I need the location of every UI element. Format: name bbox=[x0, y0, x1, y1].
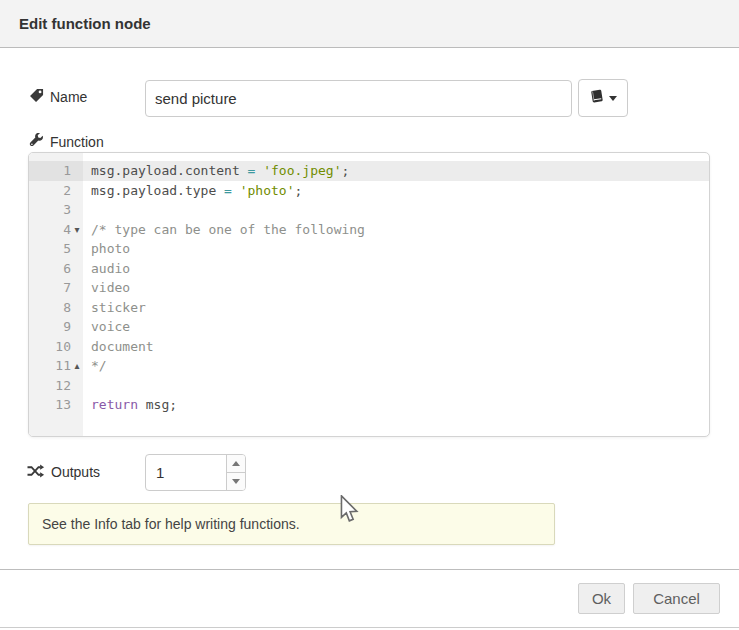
code-token: document bbox=[91, 339, 154, 354]
code-text: audio bbox=[83, 259, 130, 279]
spinner-up-button[interactable] bbox=[227, 455, 245, 473]
code-line[interactable]: 11▴*/ bbox=[29, 356, 709, 376]
code-token: ; bbox=[341, 163, 349, 178]
code-lines: 1msg.payload.content = 'foo.jpeg';2msg.p… bbox=[29, 153, 709, 415]
code-line[interactable]: 6audio bbox=[29, 259, 709, 279]
code-text: return msg; bbox=[83, 395, 177, 415]
code-text: voice bbox=[83, 317, 130, 337]
code-token: msg; bbox=[138, 397, 177, 412]
fold-spacer bbox=[71, 376, 83, 396]
code-editor[interactable]: 1msg.payload.content = 'foo.jpeg';2msg.p… bbox=[28, 152, 710, 437]
line-number: 1 bbox=[29, 161, 83, 181]
code-token: /* type can be one of the following bbox=[91, 222, 365, 237]
line-number: 2 bbox=[29, 181, 83, 201]
cancel-button[interactable]: Cancel bbox=[633, 583, 720, 614]
tag-icon bbox=[29, 88, 44, 106]
code-token: return bbox=[91, 397, 138, 412]
code-text: /* type can be one of the following bbox=[83, 220, 365, 240]
line-number: 3 bbox=[29, 200, 83, 220]
code-line[interactable]: 10document bbox=[29, 337, 709, 357]
line-number: 10 bbox=[29, 337, 83, 357]
code-line[interactable]: 7video bbox=[29, 278, 709, 298]
fold-spacer bbox=[71, 337, 83, 357]
code-token: sticker bbox=[91, 300, 146, 315]
code-line[interactable]: 8sticker bbox=[29, 298, 709, 318]
fold-spacer bbox=[71, 181, 83, 201]
code-text: photo bbox=[83, 239, 130, 259]
shuffle-icon bbox=[27, 464, 45, 481]
fold-marker-icon[interactable]: ▴ bbox=[71, 356, 83, 376]
fold-spacer bbox=[71, 239, 83, 259]
line-number: 11▴ bbox=[29, 356, 83, 376]
book-icon bbox=[590, 89, 604, 108]
line-number: 13 bbox=[29, 395, 83, 415]
wrench-icon bbox=[29, 133, 44, 151]
code-line[interactable]: 2msg.payload.type = 'photo'; bbox=[29, 181, 709, 201]
code-text: video bbox=[83, 278, 130, 298]
outputs-label: Outputs bbox=[27, 463, 100, 481]
code-line[interactable]: 4▾/* type can be one of the following bbox=[29, 220, 709, 240]
library-button[interactable] bbox=[578, 79, 628, 117]
fold-spacer bbox=[71, 200, 83, 220]
line-number: 6 bbox=[29, 259, 83, 279]
code-line[interactable]: 9voice bbox=[29, 317, 709, 337]
code-text bbox=[83, 200, 91, 220]
fold-marker-icon[interactable]: ▾ bbox=[71, 220, 83, 240]
dialog-title: Edit function node bbox=[19, 15, 151, 32]
code-token: ; bbox=[295, 183, 303, 198]
info-tip-box: See the Info tab for help writing functi… bbox=[28, 503, 555, 545]
code-line[interactable]: 13return msg; bbox=[29, 395, 709, 415]
code-token: msg.payload.type bbox=[91, 183, 224, 198]
code-token: msg.payload.content bbox=[91, 163, 248, 178]
line-number: 8 bbox=[29, 298, 83, 318]
code-text: */ bbox=[83, 356, 107, 376]
triangle-down-icon bbox=[232, 479, 240, 484]
code-text bbox=[83, 376, 91, 396]
fold-spacer bbox=[71, 395, 83, 415]
outputs-input[interactable] bbox=[146, 455, 230, 490]
code-text: msg.payload.type = 'photo'; bbox=[83, 181, 302, 201]
line-number: 5 bbox=[29, 239, 83, 259]
code-line[interactable]: 5photo bbox=[29, 239, 709, 259]
dialog-header: Edit function node bbox=[0, 0, 739, 48]
code-line[interactable]: 3 bbox=[29, 200, 709, 220]
code-line[interactable]: 12 bbox=[29, 376, 709, 396]
ok-button[interactable]: Ok bbox=[578, 583, 625, 614]
fold-spacer bbox=[71, 317, 83, 337]
function-label-text: Function bbox=[50, 134, 104, 150]
line-number: 7 bbox=[29, 278, 83, 298]
caret-down-icon bbox=[609, 96, 617, 101]
code-line[interactable]: 1msg.payload.content = 'foo.jpeg'; bbox=[29, 161, 709, 181]
code-token: 'photo' bbox=[240, 183, 295, 198]
name-label: Name bbox=[29, 88, 87, 106]
outputs-label-text: Outputs bbox=[51, 464, 100, 480]
code-token: audio bbox=[91, 261, 130, 276]
code-token: photo bbox=[91, 241, 130, 256]
line-number: 4▾ bbox=[29, 220, 83, 240]
code-text: sticker bbox=[83, 298, 146, 318]
function-label: Function bbox=[29, 133, 104, 151]
fold-spacer bbox=[71, 278, 83, 298]
outputs-spinner bbox=[145, 454, 246, 491]
code-token: voice bbox=[91, 319, 130, 334]
fold-spacer bbox=[71, 298, 83, 318]
code-text: msg.payload.content = 'foo.jpeg'; bbox=[83, 161, 349, 181]
code-token bbox=[232, 183, 240, 198]
fold-spacer bbox=[71, 259, 83, 279]
footer-separator bbox=[0, 569, 739, 570]
line-number: 12 bbox=[29, 376, 83, 396]
triangle-up-icon bbox=[232, 461, 240, 466]
code-text: document bbox=[83, 337, 154, 357]
name-label-text: Name bbox=[50, 89, 87, 105]
code-token: video bbox=[91, 280, 130, 295]
name-input[interactable] bbox=[145, 80, 572, 117]
spinner-down-button[interactable] bbox=[227, 473, 245, 490]
dialog-bottom-border bbox=[0, 627, 739, 628]
line-number: 9 bbox=[29, 317, 83, 337]
code-token: = bbox=[224, 183, 232, 198]
edit-function-dialog: Edit function node Name Function 1msg.pa… bbox=[0, 0, 739, 630]
fold-spacer bbox=[71, 161, 83, 181]
info-tip-text: See the Info tab for help writing functi… bbox=[42, 516, 300, 532]
code-token: */ bbox=[91, 358, 107, 373]
spinner-buttons bbox=[226, 455, 245, 490]
